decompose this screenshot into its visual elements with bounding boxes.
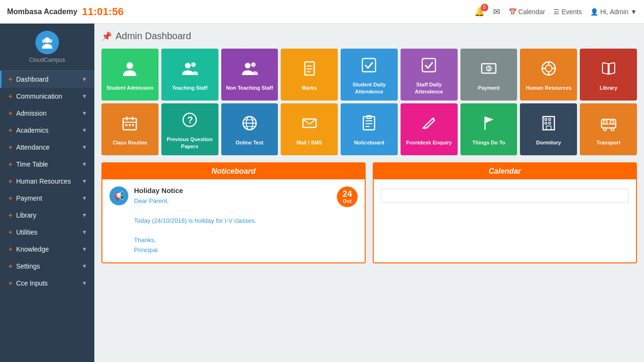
mail-icon[interactable]: ✉ xyxy=(493,7,500,17)
chevron-icon: ▼ xyxy=(82,178,87,185)
chevron-icon: ▼ xyxy=(82,110,87,117)
dash-card-previous-question-papers[interactable]: ? Previous Question Papers xyxy=(161,103,218,155)
chevron-icon: ▼ xyxy=(82,263,87,269)
sidebar-label: Payment xyxy=(16,194,42,202)
svg-rect-56 xyxy=(610,121,614,123)
dash-card-label-human-resources: Human Resources xyxy=(526,84,572,91)
dash-card-payment[interactable]: $ Payment xyxy=(460,49,518,101)
dash-card-mail-sms[interactable]: Mail / SMS xyxy=(281,103,338,155)
svg-point-1 xyxy=(42,39,46,43)
dash-card-icon-dormitory xyxy=(540,115,557,135)
dash-card-library[interactable]: Library xyxy=(580,49,637,101)
pin-icon: 📌 xyxy=(101,31,112,42)
dash-card-icon-transport xyxy=(600,115,617,135)
chevron-icon: ▼ xyxy=(82,280,87,286)
dash-card-frontdesk-enquiry[interactable]: Frontdesk Enquiry xyxy=(401,103,458,155)
sidebar-item-communication[interactable]: + Communication ▼ xyxy=(0,88,94,105)
svg-rect-50 xyxy=(545,122,547,124)
chevron-down-icon: ▼ xyxy=(630,8,637,16)
admin-menu[interactable]: 👤 Hi, Admin ▼ xyxy=(590,8,637,16)
plus-icon: + xyxy=(8,279,12,287)
sidebar-item-library[interactable]: + Library ▼ xyxy=(0,207,94,224)
dash-card-label-marks: Marks xyxy=(302,84,317,91)
calendar-input[interactable] xyxy=(381,189,629,202)
plus-icon: + xyxy=(8,211,12,219)
sidebar-item-dashboard[interactable]: + Dashboard ▼ xyxy=(0,71,94,88)
sidebar-item-cce-inputs[interactable]: + Cce Inputs ▼ xyxy=(0,275,94,292)
svg-text:$: $ xyxy=(488,66,491,71)
calendar-panel: Calendar xyxy=(373,162,637,263)
dash-card-non-teaching-staff[interactable]: Non Teaching Staff xyxy=(221,49,278,101)
page-title: Admin Dashboard xyxy=(116,31,191,42)
noticeboard-body: 📢 Holiday Notice Dear Parent, Today (24/… xyxy=(102,179,365,262)
sidebar-label: Human Resources xyxy=(16,177,71,185)
noticeboard-panel: Noticeboard 📢 Holiday Notice Dear Parent… xyxy=(101,162,366,263)
sidebar-item-payment[interactable]: + Payment ▼ xyxy=(0,190,94,207)
dash-card-noticeboard[interactable]: Noticeboard xyxy=(341,103,398,155)
dash-card-online-test[interactable]: Online Test xyxy=(221,103,278,155)
noticeboard-title: Noticeboard xyxy=(102,163,365,179)
dash-card-staff-daily-attendance[interactable]: Staff Daily Attendence xyxy=(401,49,458,101)
svg-rect-49 xyxy=(549,118,551,120)
bell-icon[interactable]: 🔔 0 xyxy=(474,7,485,17)
plus-icon: + xyxy=(8,126,12,134)
dash-card-label-staff-daily-attendance: Staff Daily Attendence xyxy=(404,81,454,95)
svg-point-7 xyxy=(251,62,256,67)
plus-icon: + xyxy=(8,228,12,236)
sidebar-item-attendance[interactable]: + Attendance ▼ xyxy=(0,139,94,156)
dash-card-marks[interactable]: Marks xyxy=(281,49,338,101)
dash-card-things-do-to[interactable]: Things Do To xyxy=(460,103,518,155)
dash-card-icon-teaching-staff xyxy=(181,60,198,81)
calendar-body xyxy=(374,179,636,210)
notice-text: Dear Parent, Today (24/10/2016) is holid… xyxy=(134,196,331,255)
dash-card-dormitory[interactable]: Dormitory xyxy=(520,103,577,155)
sidebar-label: Cce Inputs xyxy=(16,279,48,287)
plus-icon: + xyxy=(8,177,12,185)
sidebar-item-settings[interactable]: + Settings ▼ xyxy=(0,258,94,275)
calendar-icon: 📅 xyxy=(509,8,517,16)
dash-card-icon-library xyxy=(600,60,617,81)
chevron-icon: ▼ xyxy=(82,127,87,134)
dash-card-transport[interactable]: Transport xyxy=(580,103,637,155)
sidebar-item-academics[interactable]: + Academics ▼ xyxy=(0,122,94,139)
svg-rect-29 xyxy=(125,124,127,126)
svg-point-2 xyxy=(49,39,52,43)
svg-point-57 xyxy=(603,128,606,131)
svg-rect-31 xyxy=(132,124,134,126)
dash-card-human-resources[interactable]: Human Resources xyxy=(520,49,577,101)
dash-card-teaching-staff[interactable]: Teaching Staff xyxy=(161,49,218,101)
sidebar-item-admission[interactable]: + Admission ▼ xyxy=(0,105,94,122)
events-icon: ☰ xyxy=(553,8,560,16)
chevron-icon: ▼ xyxy=(82,76,87,83)
brand-name: Mombasa Academy xyxy=(7,8,77,16)
dash-card-label-frontdesk-enquiry: Frontdesk Enquiry xyxy=(406,139,452,146)
sidebar-nav: + Dashboard ▼ + Communication ▼ + Admiss… xyxy=(0,71,94,292)
sidebar-logo-text: CloudCampus xyxy=(29,57,65,63)
sidebar-item-utilities[interactable]: + Utilities ▼ xyxy=(0,224,94,241)
sidebar-label: Admission xyxy=(16,109,47,117)
chevron-icon: ▼ xyxy=(82,229,87,236)
svg-point-58 xyxy=(611,128,614,131)
chevron-icon: ▼ xyxy=(82,144,87,151)
sidebar-label: Knowledge xyxy=(16,245,49,253)
dash-card-icon-mail-sms xyxy=(301,115,318,135)
dash-card-student-admission[interactable]: Student Admission xyxy=(101,49,159,101)
dash-card-label-dormitory: Dormitory xyxy=(536,139,561,146)
svg-point-18 xyxy=(545,65,552,72)
sidebar-item-knowledge[interactable]: + Knowledge ▼ xyxy=(0,241,94,258)
dash-card-class-routine[interactable]: Class Routine xyxy=(101,103,159,155)
main-layout: CloudCampus + Dashboard ▼ + Communicatio… xyxy=(0,24,644,362)
dash-card-icon-class-routine xyxy=(121,115,138,135)
notice-date-badge: 24 Oct xyxy=(337,186,358,207)
sidebar-item-timetable[interactable]: + Time Table ▼ xyxy=(0,156,94,173)
dash-card-label-student-admission: Student Admission xyxy=(106,84,153,91)
chevron-icon: ▼ xyxy=(82,195,87,202)
dash-card-label-library: Library xyxy=(600,84,617,91)
events-link[interactable]: ☰ Events xyxy=(553,8,582,16)
admin-icon: 👤 xyxy=(590,8,598,16)
dash-card-student-daily-attendance[interactable]: Student Daily Attendence xyxy=(341,49,398,101)
sidebar-item-human-resources[interactable]: + Human Resources ▼ xyxy=(0,173,94,190)
calendar-link[interactable]: 📅 Calendar xyxy=(509,8,545,16)
chevron-icon: ▼ xyxy=(82,212,87,219)
main-content: 📌 Admin Dashboard Student Admission Teac… xyxy=(94,24,644,362)
